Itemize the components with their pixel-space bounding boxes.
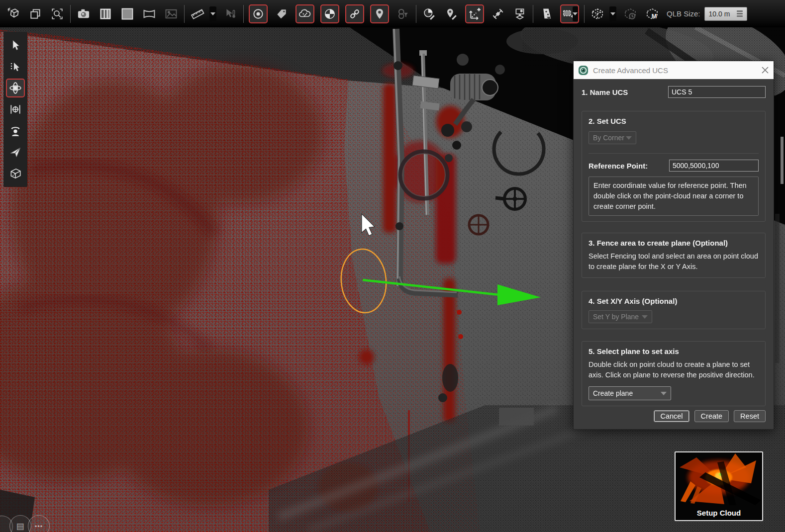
dialog-title: Create Advanced UCS [593,66,757,75]
setup-cloud-thumbnail[interactable]: Setup Cloud [675,451,763,521]
qlb-spinner[interactable] [737,10,743,17]
toolbar-separator [184,5,185,23]
reference-point-label: Reference Point: [589,162,648,170]
toolbar-separator [70,5,71,23]
zoom-region-icon[interactable] [49,6,65,22]
reference-point-help: Enter coordinate value for reference poi… [589,177,759,216]
orient-view-icon[interactable] [5,6,21,22]
select-plane-help: Double click on point cloud to create a … [589,359,759,380]
edit-pie-icon[interactable] [421,6,437,22]
fly-tool[interactable] [6,143,25,162]
select-cursor-tool[interactable] [6,36,25,55]
close-icon[interactable] [761,66,769,74]
export-view-icon[interactable] [512,6,528,22]
toolbar-separator [243,5,244,23]
name-ucs-label: 1. Name UCS [582,88,628,96]
select-plane-label: 5. Select plane to set axis [589,347,759,355]
cancel-button[interactable]: Cancel [654,410,689,422]
reference-point-input[interactable] [669,160,759,172]
qlb-size-label: QLB Size: [667,10,700,18]
look-around-tool[interactable] [6,121,25,140]
cascade-windows-icon[interactable] [27,6,43,22]
more-options-icon: ••• [35,523,43,530]
qlb-size-value: 10.0 m [709,10,730,18]
app-logo-icon [578,65,589,76]
toolbar-separator [584,5,585,23]
clipping-box-icon[interactable] [589,6,605,22]
set-ucs-value: By Corner [593,134,624,142]
probe-cursor-icon [222,6,238,22]
create-button[interactable]: Create [694,410,729,422]
set-ucs-dropdown: By Corner [589,131,636,144]
rectangle-select-dropdown[interactable] [573,6,578,21]
set-axis-value: Set Y by Plane [593,313,639,321]
chevron-down-icon [661,392,667,395]
valve-handwheel-2 [469,215,488,234]
snapshot-camera-icon[interactable] [76,6,92,22]
image-view-icon [163,6,179,22]
name-ucs-input[interactable] [668,86,766,98]
create-plane-dropdown[interactable]: Create plane [589,386,671,400]
polygon-filter-icon[interactable] [538,6,554,22]
orbit-tool[interactable] [6,79,25,97]
create-axis-icon[interactable] [465,4,484,23]
chevron-down-icon [626,136,632,140]
panorama-icon: ▤ [16,521,24,532]
select-visible-cursor-tool[interactable] [6,57,25,76]
toolbar-separator [533,5,533,23]
rectangle-select-tool[interactable] [560,4,579,23]
split-view-icon[interactable] [98,6,113,22]
pan-constrained-tool[interactable] [6,100,25,119]
clipping-box-dropdown[interactable] [609,6,616,21]
svg-text:M: M [652,12,657,19]
dialog-title-bar[interactable]: Create Advanced UCS [574,61,774,79]
setup-cloud-preview-image [676,452,762,507]
link-icon[interactable] [345,4,364,23]
create-advanced-ucs-dialog: Create Advanced UCS 1. Name UCS 2. Set U… [573,61,774,430]
set-ucs-label: 2. Set UCS [589,117,759,125]
scan-point-icon[interactable] [249,4,268,23]
fence-area-help: Select Fencing tool and select an area o… [589,251,759,272]
select-plane-section: 5. Select plane to set axis Double click… [582,341,766,406]
set-axis-label: 4. Set X/Y Axis (Optional) [589,297,759,305]
navigation-sidebar [3,32,27,187]
solid-view-icon[interactable] [119,6,135,22]
target-checker-icon[interactable] [320,4,339,23]
panorama-view-icon[interactable] [141,6,157,22]
main-toolbar: M QLB Size: 10.0 m [0,0,785,27]
location-pin-icon[interactable] [370,4,389,23]
clipping-box-history-icon [622,6,638,22]
clipping-box-m-icon[interactable]: M [644,6,660,22]
set-axis-section: 4. Set X/Y Axis (Optional) Set Y by Plan… [582,291,766,329]
qlb-size-input[interactable]: 10.0 m [704,7,747,21]
ruler-icon[interactable] [190,6,205,22]
create-plane-value: Create plane [593,389,633,397]
chevron-down-icon [642,315,648,319]
fence-area-label: 3. Fence area to create plane (Optional) [589,239,759,247]
point-cloud-icon[interactable] [295,4,314,23]
filter-points-icon [395,6,411,22]
set-axis-dropdown: Set Y by Plane [589,310,652,323]
set-ucs-section: 2. Set UCS By Corner Reference Point: En… [582,111,766,222]
examine-cube-tool[interactable] [6,164,25,183]
toolbar-separator [416,5,416,23]
ruler-dropdown[interactable] [209,6,216,21]
tag-icon[interactable] [274,6,290,22]
reset-button[interactable]: Reset [734,410,766,422]
distance-icon[interactable] [490,6,506,22]
setup-cloud-label: Setup Cloud [676,509,762,517]
edit-pin-icon[interactable] [443,6,459,22]
fence-area-section: 3. Fence area to create plane (Optional)… [582,233,766,278]
